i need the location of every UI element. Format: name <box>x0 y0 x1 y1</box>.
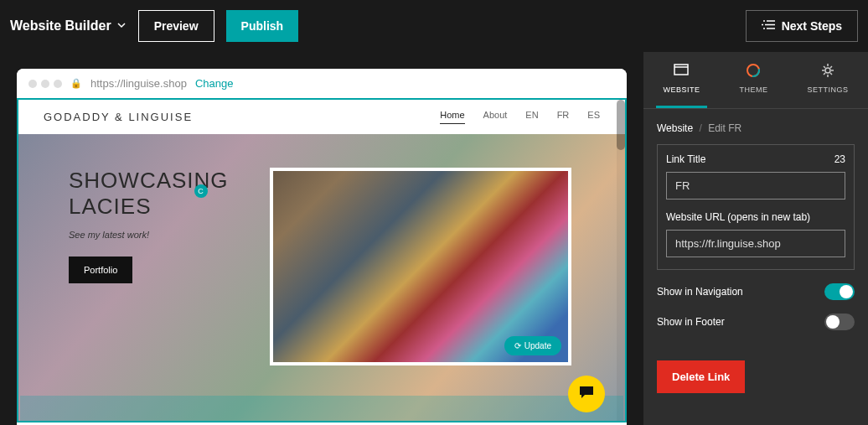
show-footer-row: Show in Footer <box>657 314 855 330</box>
url-input[interactable] <box>666 230 845 257</box>
crumb-root[interactable]: Website <box>657 122 693 134</box>
show-nav-toggle[interactable] <box>824 283 855 300</box>
hero-title-l2: LACIES <box>69 194 152 219</box>
dot-icon <box>28 80 37 88</box>
show-footer-toggle[interactable] <box>824 314 855 330</box>
delete-link-button[interactable]: Delete Link <box>657 360 745 393</box>
chevron-down-icon <box>116 18 127 34</box>
tab-website[interactable]: WEBSITE <box>656 62 706 108</box>
nav-fr[interactable]: FR <box>557 110 570 124</box>
breadcrumb: Website / Edit FR <box>657 122 855 134</box>
nav-about[interactable]: About <box>483 110 508 124</box>
hero-text: SHOWCASING LACIES C See my latest work! … <box>69 168 236 283</box>
form-group: Link Title 23 Website URL (opens in new … <box>657 144 855 270</box>
refresh-icon: ⟳ <box>514 341 521 350</box>
top-bar: Website Builder Preview Publish Next Ste… <box>0 0 868 52</box>
next-steps-label: Next Steps <box>782 19 842 33</box>
toggle-knob <box>826 315 840 329</box>
tab-settings-label: SETTINGS <box>807 86 848 94</box>
gear-icon <box>819 62 836 80</box>
preview-button[interactable]: Preview <box>138 10 214 42</box>
steps-icon <box>762 19 775 33</box>
next-steps-button[interactable]: Next Steps <box>746 10 858 42</box>
dot-icon <box>41 80 49 88</box>
dot-icon <box>54 80 62 88</box>
chat-button[interactable] <box>568 376 605 412</box>
canvas-area: 🔒 https://linguise.shop Change GODADDY &… <box>0 52 643 425</box>
bottom-band <box>20 396 623 421</box>
site-preview[interactable]: GODADDY & LINGUISE Home About EN FR ES S… <box>17 98 627 422</box>
update-label: Update <box>524 341 551 350</box>
change-url-link[interactable]: Change <box>195 77 234 90</box>
link-title-label-row: Link Title 23 <box>666 153 845 165</box>
toggle-knob <box>840 285 853 298</box>
brand-dropdown[interactable]: Website Builder <box>10 18 127 34</box>
svg-point-3 <box>825 68 830 73</box>
link-title-input[interactable] <box>666 172 845 200</box>
site-nav: Home About EN FR ES <box>440 110 600 124</box>
tab-website-label: WEBSITE <box>663 86 700 94</box>
nav-en[interactable]: EN <box>525 110 538 124</box>
top-bar-left: Website Builder Preview Publish <box>10 10 298 42</box>
hero-section[interactable]: SHOWCASING LACIES C See my latest work! … <box>18 134 625 365</box>
hero-subtitle[interactable]: See my latest work! <box>69 230 236 240</box>
site-logo[interactable]: GODADDY & LINGUISE <box>44 111 193 123</box>
main: 🔒 https://linguise.shop Change GODADDY &… <box>0 52 868 425</box>
url-label: Website URL (opens in new tab) <box>666 211 845 223</box>
url-bar: 🔒 https://linguise.shop Change <box>17 69 627 98</box>
publish-button[interactable]: Publish <box>226 10 299 42</box>
window-dots <box>28 80 62 88</box>
crumb-leaf: Edit FR <box>708 122 741 134</box>
show-nav-row: Show in Navigation <box>657 283 855 300</box>
crumb-sep: / <box>699 122 701 134</box>
site-header: GODADDY & LINGUISE Home About EN FR ES <box>18 100 625 134</box>
website-icon <box>673 62 690 80</box>
brand-label: Website Builder <box>10 18 111 34</box>
show-footer-label: Show in Footer <box>657 316 725 328</box>
link-title-label: Link Title <box>666 153 705 165</box>
edit-badge-icon[interactable]: C <box>194 184 208 198</box>
tab-theme[interactable]: THEME <box>732 62 774 108</box>
url-text: https://linguise.shop <box>90 77 187 90</box>
lock-icon: 🔒 <box>70 78 82 89</box>
char-count: 23 <box>834 153 845 165</box>
nav-es[interactable]: ES <box>587 110 600 124</box>
chat-icon <box>578 385 595 404</box>
top-bar-right: Next Steps <box>746 10 858 42</box>
tab-theme-label: THEME <box>739 86 767 94</box>
panel-body: Website / Edit FR Link Title 23 Website … <box>643 109 868 425</box>
portfolio-button[interactable]: Portfolio <box>69 257 132 283</box>
panel-tabs: WEBSITE THEME SETTINGS <box>643 52 868 109</box>
update-button[interactable]: ⟳ Update <box>504 336 561 355</box>
svg-rect-0 <box>674 65 688 75</box>
show-nav-label: Show in Navigation <box>657 286 743 298</box>
browser-frame: 🔒 https://linguise.shop Change GODADDY &… <box>17 69 627 425</box>
hero-image[interactable]: ⟳ Update <box>270 168 571 365</box>
theme-icon <box>745 62 762 80</box>
tab-settings[interactable]: SETTINGS <box>800 62 855 108</box>
hero-title[interactable]: SHOWCASING LACIES C <box>69 168 236 220</box>
nav-home[interactable]: Home <box>440 110 464 124</box>
side-panel: WEBSITE THEME SETTINGS Website / Edit FR <box>643 52 868 425</box>
